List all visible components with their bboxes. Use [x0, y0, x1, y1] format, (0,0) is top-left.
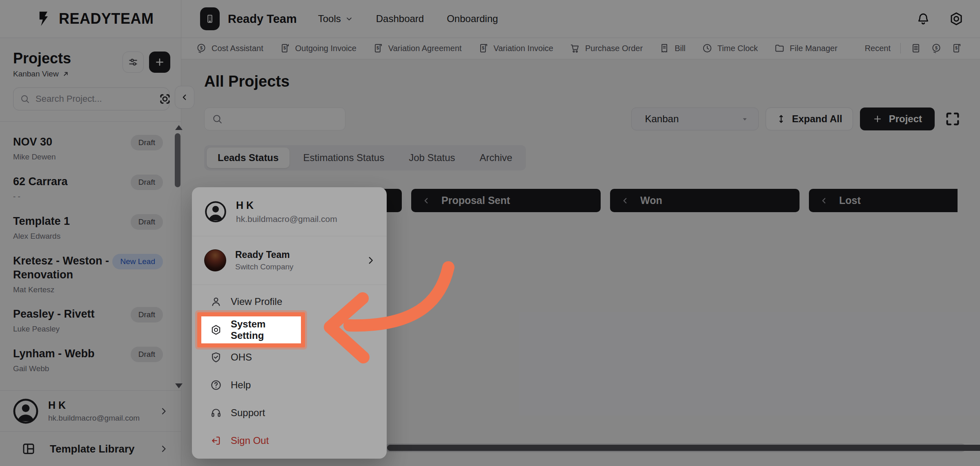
system-setting-label: System Setting [231, 318, 301, 341]
screenshot-dim-overlay [0, 0, 980, 466]
system-setting-highlight[interactable]: System Setting [197, 312, 305, 347]
app: READYTEAM Ready Team Tools Dashboard Onb… [0, 0, 980, 466]
settings-icon [210, 324, 222, 336]
